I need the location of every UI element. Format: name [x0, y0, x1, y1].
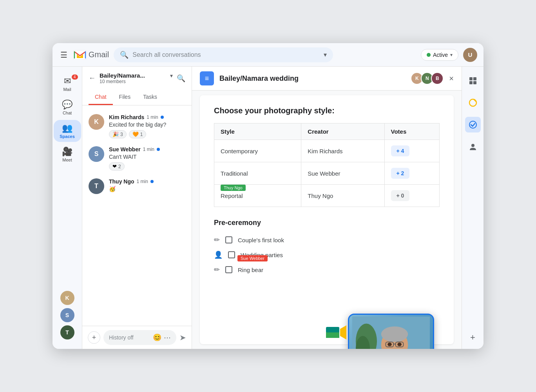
grid-icon — [469, 76, 477, 85]
chat-input[interactable]: History off 😊 ⋯ — [103, 330, 176, 345]
right-icon-grid[interactable] — [465, 73, 481, 89]
svg-rect-17 — [473, 77, 476, 80]
tab-chat[interactable]: Chat — [89, 90, 113, 105]
video-pip[interactable]: 🎙 — [348, 314, 434, 349]
msg-time-1: 1 min — [147, 114, 158, 120]
right-icon-check[interactable] — [465, 117, 481, 132]
col-creator: Creator — [301, 123, 384, 140]
sidebar-item-mail-label: Mail — [63, 87, 71, 92]
thuy-ngo-cursor: Thuy Ngo — [221, 185, 246, 191]
chat-message-1[interactable]: K Kim Richards 1 min Excited for the big… — [82, 110, 192, 142]
search-input[interactable] — [132, 51, 318, 58]
chat-sidebar-header: ← Bailey/Namara... ▾ 10 members 🔍 — [82, 67, 192, 90]
hamburger-icon[interactable]: ☰ — [59, 49, 69, 61]
user-avatar[interactable]: U — [463, 48, 477, 62]
active-status-badge[interactable]: Active ▾ — [421, 49, 458, 61]
msg-text-2: Can't WAIT — [109, 154, 185, 160]
votes-reportal: + 0 — [384, 185, 439, 207]
poll-row-1: Contemporary Kim Richards + 4 — [214, 140, 440, 162]
sidebar-item-chat-label: Chat — [63, 111, 72, 115]
space-header: ≡ Bailey/Namara wedding K N B × — [192, 67, 462, 91]
doc-icon-symbol: ≡ — [205, 74, 209, 83]
chat-message-3[interactable]: T Thuy Ngo 1 min 🥳 — [82, 174, 192, 198]
svg-point-11 — [397, 343, 402, 346]
nav-avatar-2[interactable]: S — [60, 308, 74, 322]
tasks-icon — [469, 98, 477, 107]
vote-btn-contemporary[interactable]: + 4 — [391, 145, 410, 156]
reaction-heart-count: 1 — [140, 132, 143, 137]
more-icon[interactable]: ⋯ — [164, 333, 171, 342]
poll-row-3: Reportal Thuy Ngo Thuy Ngo + 0 — [214, 185, 440, 207]
svg-rect-16 — [469, 77, 473, 80]
send-button[interactable]: ➤ — [179, 333, 186, 342]
active-dropdown-icon: ▾ — [450, 52, 453, 58]
svg-point-6 — [381, 327, 408, 342]
sidebar-item-meet[interactable]: 🎥 Meet — [54, 143, 81, 165]
msg-reactions-1: 🎉 3 🧡 1 — [109, 130, 185, 138]
gmail-text: Gmail — [89, 50, 109, 59]
space-members-count: 10 members — [100, 79, 173, 84]
chat-tabs: Chat Files Tasks — [82, 90, 192, 105]
back-icon[interactable]: ← — [89, 74, 96, 82]
svg-point-21 — [469, 121, 476, 128]
chat-message-2[interactable]: S Sue Webber 1 min Can't WAIT ❤ 2 — [82, 142, 192, 174]
nav-avatar-1[interactable]: K — [60, 291, 74, 305]
msg-content-2: Sue Webber 1 min Can't WAIT ❤ 2 — [109, 146, 185, 171]
input-actions: 😊 ⋯ — [153, 333, 171, 342]
msg-name-sue: Sue Webber — [109, 146, 141, 152]
votes-contemporary: + 4 — [384, 140, 439, 162]
doc-content: Choose your photography style: Style Cre… — [200, 95, 454, 344]
reaction-party-count: 3 — [120, 132, 123, 137]
vote-btn-traditional[interactable]: + 2 — [391, 168, 410, 179]
msg-header-1: Kim Richards 1 min — [109, 114, 185, 120]
checklist-text-3: Ring bear — [238, 267, 263, 273]
search-bar[interactable]: 🔍 ▾ — [114, 47, 333, 62]
right-icon-tasks[interactable] — [465, 95, 481, 111]
msg-text-3: 🥳 — [109, 186, 185, 192]
checklist-title: Pre-ceremony — [214, 219, 440, 227]
meet-fab[interactable] — [324, 321, 348, 345]
checklist-item-3: ✏ Ring bear Sue Webber — [214, 262, 440, 277]
nav-avatar-3[interactable]: T — [60, 325, 74, 339]
checkbox-1[interactable] — [225, 236, 232, 243]
reaction-red-heart[interactable]: ❤ 2 — [109, 162, 125, 171]
left-nav: ✉ Mail 4 💬 Chat 👥 Spaces 🎥 Meet K S T — [53, 67, 82, 349]
sidebar-item-spaces[interactable]: 👥 Spaces — [54, 120, 81, 142]
vote-btn-reportal[interactable]: + 0 — [391, 190, 410, 201]
space-dropdown-icon[interactable]: ▾ — [170, 73, 173, 79]
right-icon-person[interactable] — [465, 139, 481, 154]
creator-sue: Sue Webber — [301, 162, 384, 185]
checkbox-3[interactable] — [225, 266, 232, 273]
col-style: Style — [214, 123, 301, 140]
space-title-main: Bailey/Namara wedding — [219, 74, 405, 83]
tab-files[interactable]: Files — [113, 90, 137, 105]
close-icon[interactable]: × — [449, 74, 454, 83]
sidebar-item-chat[interactable]: 💬 Chat — [54, 96, 81, 118]
reaction-party[interactable]: 🎉 3 — [109, 130, 127, 138]
sidebar-item-mail[interactable]: ✉ Mail 4 — [54, 73, 81, 95]
right-sidebar-add-button[interactable]: + — [470, 332, 475, 343]
chat-icon: 💬 — [62, 100, 72, 110]
avatar-icon-2: 👤 — [214, 250, 223, 259]
emoji-icon[interactable]: 😊 — [153, 333, 161, 342]
svg-rect-19 — [473, 81, 476, 84]
checklist-item-1: ✏ Couple's first look — [214, 232, 440, 247]
search-dropdown-icon[interactable]: ▾ — [324, 51, 327, 58]
creator-thuy: Thuy Ngo — [301, 185, 384, 207]
tab-tasks[interactable]: Tasks — [137, 90, 163, 105]
msg-content-3: Thuy Ngo 1 min 🥳 — [109, 178, 185, 192]
poll-row-2: Traditional Sue Webber + 2 — [214, 162, 440, 185]
style-contemporary: Contemporary — [214, 140, 301, 162]
msg-time-2: 1 min — [143, 147, 154, 152]
msg-time-3: 1 min — [137, 179, 148, 184]
input-add-button[interactable]: + — [88, 331, 100, 344]
sue-webber-cursor: Sue Webber — [237, 255, 268, 261]
search-chat-icon[interactable]: 🔍 — [177, 74, 185, 83]
chat-input-placeholder: History off — [109, 334, 153, 341]
col-votes: Votes — [384, 123, 439, 140]
checkbox-2[interactable] — [228, 251, 235, 258]
reaction-heart[interactable]: 🧡 1 — [129, 130, 147, 138]
main-body: ✉ Mail 4 💬 Chat 👥 Spaces 🎥 Meet K S T — [53, 67, 483, 349]
spaces-icon: 👥 — [62, 123, 72, 133]
chat-sidebar: ← Bailey/Namara... ▾ 10 members 🔍 Chat F… — [82, 67, 192, 349]
